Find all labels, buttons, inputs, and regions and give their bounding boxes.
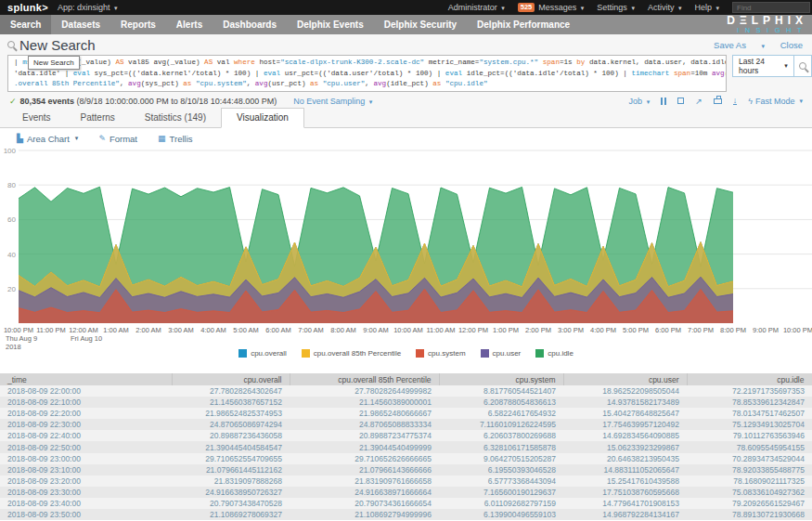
cell-cpu-overall-85th-percentile[interactable]: 21.14560389000001 xyxy=(290,397,439,408)
messages-menu[interactable]: Messages ▾ xyxy=(538,3,584,12)
cell-cpu-overall-85th-percentile[interactable]: 20.790734361666654 xyxy=(290,498,439,509)
cell-cpu-system[interactable]: 6.206037800269688 xyxy=(439,430,563,441)
cell-cpu-idle[interactable]: 75.12934913025704 xyxy=(687,419,812,430)
cell-cpu-user[interactable]: 15.06233923299867 xyxy=(563,441,687,452)
cell-cpu-overall[interactable]: 21.10869278069327 xyxy=(172,509,290,520)
column-header-cpu-user[interactable]: cpu.user xyxy=(563,373,687,385)
tab-visualization[interactable]: Visualization xyxy=(221,108,304,128)
nav-item-delphix-security[interactable]: Delphix Security xyxy=(374,15,467,34)
cell-cpu-overall[interactable]: 21.079661445112162 xyxy=(172,464,290,475)
cell-cpu-idle[interactable]: 78.89130721930668 xyxy=(687,509,812,520)
share-icon[interactable]: ↗ xyxy=(695,97,702,106)
save-as-button[interactable]: Save As ▾ xyxy=(701,40,765,50)
search-query-input[interactable]: | mstats perc95(_value) AS val85 avg(_va… xyxy=(7,55,727,92)
chart-type-picker[interactable]: ▙ Area Chart ▾ xyxy=(17,134,78,144)
tab-patterns[interactable]: Patterns xyxy=(66,109,130,127)
column-header-cpu-system[interactable]: cpu.system xyxy=(439,373,563,385)
legend-item-cpu-user[interactable]: cpu.user xyxy=(481,349,522,358)
cell-cpu-overall-85th-percentile[interactable]: 24.916638971666664 xyxy=(290,487,439,498)
cell-cpu-system[interactable]: 6.328106171585878 xyxy=(439,441,563,452)
find-input[interactable] xyxy=(732,2,810,13)
column-header-cpu-overall[interactable]: cpu.overall xyxy=(172,373,290,385)
stop-job-icon[interactable] xyxy=(677,98,684,104)
cell-cpu-overall[interactable]: 20.79073438470528 xyxy=(172,498,290,509)
cell-time[interactable]: 2018-08-09 22:40:00 xyxy=(0,430,172,441)
cell-cpu-idle[interactable]: 75.08336104927362 xyxy=(687,487,812,498)
cell-time[interactable]: 2018-08-09 23:20:00 xyxy=(0,475,172,487)
cell-cpu-system[interactable]: 7.1160109126224595 xyxy=(439,419,563,430)
cell-cpu-idle[interactable]: 78.01347517462507 xyxy=(687,408,812,419)
cell-cpu-system[interactable]: 6.208788054836613 xyxy=(439,397,563,408)
nav-item-delphix-performance[interactable]: Delphix Performance xyxy=(467,15,580,34)
cell-cpu-idle[interactable]: 78.16809021117325 xyxy=(687,475,812,487)
cell-time[interactable]: 2018-08-09 23:00:00 xyxy=(0,453,172,464)
tab-statistics-149[interactable]: Statistics (149) xyxy=(130,109,221,127)
cell-cpu-system[interactable]: 6.57773368443094 xyxy=(439,475,563,487)
search-mode-menu[interactable]: ϟ Fast Mode ▾ xyxy=(748,97,803,106)
cell-cpu-overall[interactable]: 29.710652554709655 xyxy=(172,453,290,464)
activity-menu[interactable]: Activity ▾ xyxy=(648,3,682,12)
cell-cpu-idle[interactable]: 72.21971735697353 xyxy=(687,385,812,397)
app-menu[interactable]: App: dxinsight ▾ xyxy=(58,3,118,12)
cell-cpu-user[interactable]: 17.754639957120492 xyxy=(563,419,687,430)
cell-cpu-system[interactable]: 6.58224617654932 xyxy=(439,408,563,419)
legend-item-cpu-overall[interactable]: cpu.overall xyxy=(238,349,287,358)
cell-cpu-overall-85th-percentile[interactable]: 21.39044540499999 xyxy=(290,441,439,452)
cell-cpu-overall-85th-percentile[interactable]: 21.831909761666658 xyxy=(290,475,439,487)
cell-cpu-system[interactable]: 6.19550393046528 xyxy=(439,464,563,475)
format-button[interactable]: ✎ Format xyxy=(98,134,137,144)
settings-menu[interactable]: Settings ▾ xyxy=(597,3,635,12)
cell-cpu-user[interactable]: 14.93781582173489 xyxy=(563,397,687,408)
legend-item-cpu-idle[interactable]: cpu.idle xyxy=(535,349,574,358)
trellis-button[interactable]: ▦ Trellis xyxy=(158,134,193,144)
close-button[interactable]: Close xyxy=(780,40,803,50)
area-chart[interactable]: 20406080100 10:00 PM11:00 PM12:00 AM1:00… xyxy=(0,147,812,373)
event-sampling-menu[interactable]: No Event Sampling ▾ xyxy=(293,97,372,106)
cell-cpu-overall[interactable]: 20.89887236436058 xyxy=(172,430,290,441)
cell-cpu-overall[interactable]: 27.78028264302647 xyxy=(172,385,290,397)
cell-cpu-overall-85th-percentile[interactable]: 27.780282644999982 xyxy=(290,385,439,397)
cell-cpu-user[interactable]: 15.404278648825647 xyxy=(563,408,687,419)
help-menu[interactable]: Help ▾ xyxy=(694,3,719,12)
nav-item-search[interactable]: Search xyxy=(0,15,51,34)
cell-cpu-overall[interactable]: 21.8319097888268 xyxy=(172,475,290,487)
cell-cpu-user[interactable]: 14.692834564090885 xyxy=(563,430,687,441)
cell-cpu-system[interactable]: 6.011092682797159 xyxy=(439,498,563,509)
nav-item-datasets[interactable]: Datasets xyxy=(51,15,110,34)
cell-cpu-idle[interactable]: 78.92033855488775 xyxy=(687,464,812,475)
cell-cpu-system[interactable]: 9.064270515205287 xyxy=(439,453,563,464)
user-menu[interactable]: Administrator ▾ xyxy=(448,3,505,12)
tab-events[interactable]: Events xyxy=(7,109,66,127)
cell-cpu-user[interactable]: 20.64638213950435 xyxy=(563,453,687,464)
cell-cpu-system[interactable]: 6.139900496559103 xyxy=(439,509,563,520)
cell-cpu-system[interactable]: 7.165600190129637 xyxy=(439,487,563,498)
nav-item-alerts[interactable]: Alerts xyxy=(166,15,213,34)
column-header-cpu-overall-85th-percentile[interactable]: cpu.overall 85th Percentile xyxy=(290,373,439,385)
cell-time[interactable]: 2018-08-09 23:40:00 xyxy=(0,498,172,509)
cell-time[interactable]: 2018-08-09 23:50:00 xyxy=(0,509,172,520)
cell-cpu-overall[interactable]: 24.916638950726327 xyxy=(172,487,290,498)
cell-cpu-idle[interactable]: 79.20926561529467 xyxy=(687,498,812,509)
cell-cpu-overall-85th-percentile[interactable]: 21.108692794999996 xyxy=(290,509,439,520)
cell-time[interactable]: 2018-08-09 22:30:00 xyxy=(0,419,172,430)
cell-cpu-overall[interactable]: 21.390445404584547 xyxy=(172,441,290,452)
column-header-cpu-idle[interactable]: cpu.idle xyxy=(687,373,812,385)
cell-time[interactable]: 2018-08-09 22:00:00 xyxy=(0,385,172,397)
cell-cpu-user[interactable]: 14.779641701908153 xyxy=(563,498,687,509)
cell-cpu-overall[interactable]: 21.14560387657152 xyxy=(172,397,290,408)
cell-time[interactable]: 2018-08-09 22:50:00 xyxy=(0,441,172,452)
cell-cpu-idle[interactable]: 78.6095545954155 xyxy=(687,441,812,452)
print-icon[interactable] xyxy=(714,98,722,104)
nav-item-reports[interactable]: Reports xyxy=(110,15,166,34)
cell-cpu-user[interactable]: 14.968792284134167 xyxy=(563,509,687,520)
time-range-picker[interactable]: Last 24 hours ▾ xyxy=(732,55,794,77)
legend-item-cpu-system[interactable]: cpu.system xyxy=(416,349,465,358)
cell-cpu-overall-85th-percentile[interactable]: 21.98652480666667 xyxy=(290,408,439,419)
cell-cpu-user[interactable]: 14.883111052065647 xyxy=(563,464,687,475)
nav-item-dashboards[interactable]: Dashboards xyxy=(213,15,287,34)
chart-canvas[interactable] xyxy=(19,150,812,323)
cell-cpu-overall[interactable]: 24.87065086974294 xyxy=(172,419,290,430)
cell-time[interactable]: 2018-08-09 22:20:00 xyxy=(0,408,172,419)
cell-cpu-user[interactable]: 18.962522098505044 xyxy=(563,385,687,397)
cell-time[interactable]: 2018-08-09 22:10:00 xyxy=(0,397,172,408)
